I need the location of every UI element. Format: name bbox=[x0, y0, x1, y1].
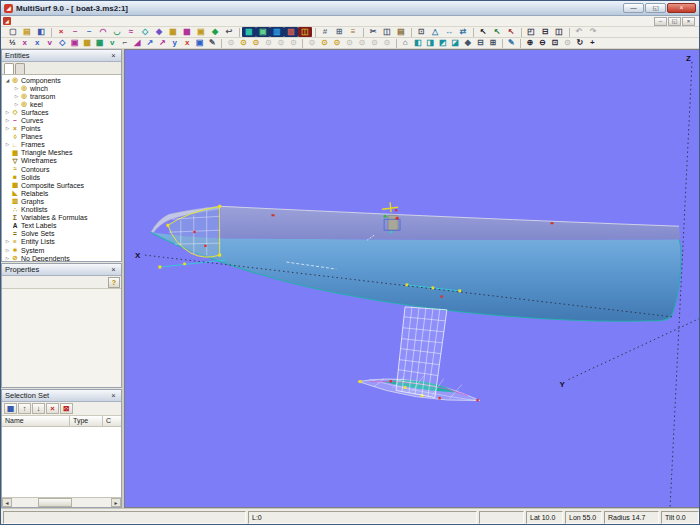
scale-entity-icon[interactable]: △ bbox=[428, 27, 442, 37]
display-wire-icon[interactable]: ⊟ bbox=[474, 38, 487, 48]
tree-item-variables-formulas[interactable]: Σ Variables & Formulas bbox=[2, 214, 121, 222]
tree-item-planes[interactable]: ◊ Planes bbox=[2, 133, 121, 141]
multi-pane-view-icon[interactable]: ◫ bbox=[298, 27, 312, 37]
menu-select[interactable] bbox=[49, 16, 58, 27]
tree-item-graphs[interactable]: ▥ Graphs bbox=[2, 197, 121, 205]
control-point-red[interactable] bbox=[204, 245, 206, 247]
tree-item-winch[interactable]: ▷ ◎ winch bbox=[2, 84, 121, 92]
show-selected-icon[interactable]: ⊙ bbox=[275, 38, 288, 48]
corner-point-tool-icon[interactable]: ⌐ bbox=[119, 38, 132, 48]
scroll-thumb[interactable] bbox=[38, 498, 72, 507]
tree-collapsed-arrow-icon[interactable]: ▷ bbox=[4, 142, 11, 147]
zoom-out-icon[interactable]: ⊖ bbox=[536, 38, 549, 48]
insert-edge-icon[interactable]: ◆ bbox=[152, 27, 166, 37]
help-key-icon[interactable]: ? bbox=[108, 277, 120, 288]
tree-item-curves[interactable]: ▷ ~ Curves bbox=[2, 116, 121, 124]
column-header-name[interactable]: Name bbox=[2, 416, 70, 426]
sketch-tool-icon[interactable]: ✎ bbox=[206, 38, 219, 48]
ring-tool-icon[interactable]: ◇ bbox=[56, 38, 69, 48]
zoom-box-icon[interactable]: ⊡ bbox=[414, 27, 428, 37]
show-parents-icon[interactable]: ⊙ bbox=[318, 38, 331, 48]
tree-collapsed-arrow-icon[interactable]: ▷ bbox=[4, 239, 11, 244]
view-side-icon[interactable]: ◩ bbox=[437, 38, 450, 48]
close-button[interactable]: × bbox=[667, 3, 696, 13]
tree-collapsed-arrow-icon[interactable]: ▷ bbox=[4, 126, 11, 131]
tree-item-composite-surfaces[interactable]: ▩ Composite Surfaces bbox=[2, 181, 121, 189]
paste-icon[interactable]: ▤ bbox=[394, 27, 408, 37]
tile-vertical-icon[interactable]: ◫ bbox=[552, 27, 566, 37]
zoom-all-icon[interactable]: ⊙ bbox=[561, 38, 574, 48]
tree-item-relabels[interactable]: ◣ Relabels bbox=[2, 189, 121, 197]
control-point-red[interactable] bbox=[438, 397, 440, 399]
insert-arc-icon[interactable]: ◠ bbox=[96, 27, 110, 37]
point-x-tool-icon[interactable]: x bbox=[19, 38, 32, 48]
open-file-icon[interactable]: ▤ bbox=[20, 27, 34, 37]
control-point[interactable] bbox=[431, 286, 434, 289]
wireframe-view-icon[interactable]: ▦ bbox=[242, 27, 256, 37]
close-icon[interactable]: × bbox=[109, 264, 118, 275]
restore-button[interactable]: ◱ bbox=[645, 3, 666, 13]
cascade-windows-icon[interactable]: ◰ bbox=[524, 27, 538, 37]
convert-entity-icon[interactable]: ↩ bbox=[222, 27, 236, 37]
move-entity-icon[interactable]: ↔ bbox=[442, 27, 456, 37]
toggle-visibility-icon[interactable]: ⊙ bbox=[287, 38, 300, 48]
control-point-red[interactable] bbox=[193, 231, 195, 233]
minimize-button[interactable]: — bbox=[623, 3, 644, 13]
save-file-icon[interactable]: ◧ bbox=[34, 27, 48, 37]
rotate-view-icon[interactable]: ↻ bbox=[574, 38, 587, 48]
undo-icon[interactable]: ↶ bbox=[572, 27, 586, 37]
control-point-red[interactable] bbox=[390, 380, 392, 382]
tree-collapsed-arrow-icon[interactable]: ▷ bbox=[4, 248, 11, 253]
tree-item-contours[interactable]: ≈ Contours bbox=[2, 165, 121, 173]
insert-surface-icon[interactable]: ▦ bbox=[166, 27, 180, 37]
half-divide-tool-icon[interactable]: ½ bbox=[6, 38, 19, 48]
rel-point-tool-icon[interactable]: y bbox=[169, 38, 182, 48]
menu-tools[interactable] bbox=[76, 16, 85, 27]
show-orphans-icon[interactable]: ⊙ bbox=[356, 38, 369, 48]
view-front-icon[interactable]: ◧ bbox=[412, 38, 425, 48]
scroll-left-icon[interactable]: ◄ bbox=[2, 498, 12, 507]
view-iso-icon[interactable]: ◪ bbox=[449, 38, 462, 48]
mdi-minimize-icon[interactable]: – bbox=[654, 17, 667, 26]
control-point[interactable] bbox=[158, 266, 161, 269]
tree-collapsed-arrow-icon[interactable]: ▷ bbox=[4, 256, 11, 261]
units-icon[interactable]: ≡ bbox=[346, 27, 360, 37]
tree-item-frames[interactable]: ▷ ∟ Frames bbox=[2, 141, 121, 149]
insert-bcurve-icon[interactable]: ≈ bbox=[124, 27, 138, 37]
ruler-icon[interactable]: # bbox=[318, 27, 332, 37]
tree-collapsed-arrow-icon[interactable]: ▷ bbox=[13, 86, 20, 91]
copy-icon[interactable]: ◫ bbox=[380, 27, 394, 37]
menu-view[interactable] bbox=[31, 16, 40, 27]
select-add-icon[interactable]: ↖ bbox=[490, 27, 504, 37]
mdi-close-icon[interactable]: × bbox=[682, 17, 695, 26]
insert-trimmed-surface-icon[interactable]: ▩ bbox=[180, 27, 194, 37]
tree-collapsed-arrow-icon[interactable]: ▷ bbox=[13, 94, 20, 99]
mdi-restore-icon[interactable]: ◱ bbox=[668, 17, 681, 26]
tree-item-solids[interactable]: ■ Solids bbox=[2, 173, 121, 181]
tab-parents[interactable] bbox=[4, 63, 14, 74]
selection-list[interactable] bbox=[2, 427, 121, 497]
clear-set-icon[interactable]: ⊠ bbox=[60, 403, 73, 414]
point-y-tool-icon[interactable]: x bbox=[31, 38, 44, 48]
snap-grid-icon[interactable]: ⊞ bbox=[332, 27, 346, 37]
zoom-in-icon[interactable]: ⊕ bbox=[524, 38, 537, 48]
menu-show-hide[interactable] bbox=[58, 16, 67, 27]
tree-item-wireframes[interactable]: ▽ Wireframes bbox=[2, 157, 121, 165]
intersection-bead-tool-icon[interactable]: v bbox=[106, 38, 119, 48]
tree-item-transom[interactable]: ▷ ◎ transom bbox=[2, 92, 121, 100]
shaded-view-icon[interactable]: ▣ bbox=[256, 27, 270, 37]
insert-solid-icon[interactable]: ▣ bbox=[194, 27, 208, 37]
close-icon[interactable]: × bbox=[109, 50, 118, 61]
control-point[interactable] bbox=[218, 254, 221, 257]
tree-expanded-arrow-icon[interactable]: ◢ bbox=[4, 78, 11, 83]
control-point[interactable] bbox=[359, 380, 362, 383]
render-view-icon[interactable]: ▨ bbox=[284, 27, 298, 37]
new-file-icon[interactable]: ▢ bbox=[6, 27, 20, 37]
projected-point-tool-icon[interactable]: ▦ bbox=[94, 38, 107, 48]
pan-view-icon[interactable]: + bbox=[586, 38, 599, 48]
hide-orphans-icon[interactable]: ⊙ bbox=[368, 38, 381, 48]
remove-entity-icon[interactable]: × bbox=[46, 403, 59, 414]
insert-conic-icon[interactable]: ◡ bbox=[110, 27, 124, 37]
insert-frame-icon[interactable]: ◆ bbox=[208, 27, 222, 37]
tree-item-system[interactable]: ▷ ∗ System bbox=[2, 246, 121, 254]
